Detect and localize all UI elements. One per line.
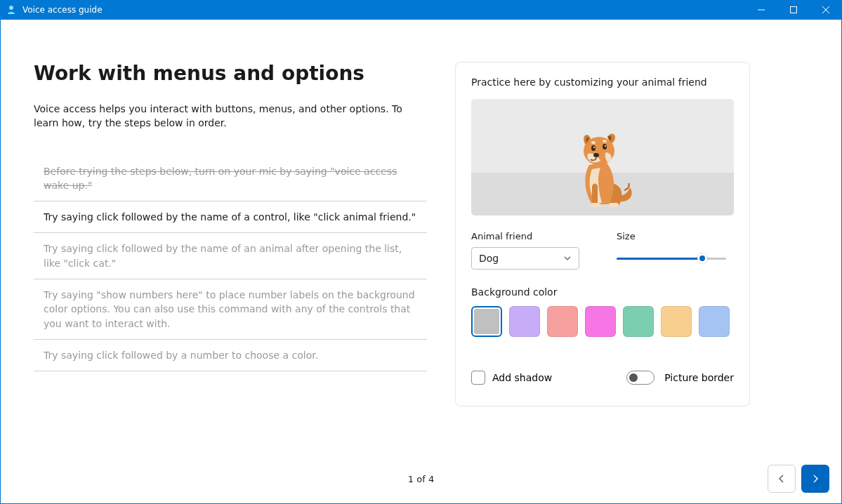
svg-rect-6 [609, 203, 619, 207]
svg-point-0 [9, 6, 13, 10]
step-item: Try saying click followed by the name of… [34, 201, 427, 233]
add-shadow-checkbox[interactable] [471, 371, 485, 385]
page-heading: Work with menus and options [34, 62, 427, 85]
titlebar: Voice access guide [0, 0, 842, 20]
color-swatch[interactable] [585, 306, 616, 337]
practice-title: Practice here by customizing your animal… [471, 77, 734, 88]
page-intro: Voice access helps you interact with but… [34, 102, 427, 131]
animal-friend-dropdown[interactable]: Dog [471, 247, 579, 270]
add-shadow-label: Add shadow [492, 372, 552, 383]
animal-preview [471, 99, 734, 215]
color-swatch[interactable] [547, 306, 578, 337]
animal-friend-value: Dog [479, 253, 499, 264]
close-button[interactable] [810, 0, 842, 20]
steps-list: Before trying the steps below, turn on y… [34, 156, 427, 372]
size-slider[interactable] [617, 251, 726, 265]
step-item: Before trying the steps below, turn on y… [34, 156, 427, 202]
step-item: Try saying click followed by the name of… [34, 233, 427, 279]
svg-rect-2 [791, 7, 797, 13]
size-label: Size [617, 231, 734, 241]
svg-rect-5 [591, 203, 600, 207]
chevron-down-icon [563, 254, 572, 263]
prev-page-button[interactable] [768, 465, 796, 493]
svg-point-12 [591, 141, 596, 144]
dog-illustration [564, 124, 641, 215]
color-swatch[interactable] [623, 306, 654, 337]
color-swatch[interactable] [661, 306, 692, 337]
color-swatch[interactable] [471, 306, 502, 337]
minimize-button[interactable] [745, 0, 777, 20]
background-color-label: Background color [471, 286, 734, 298]
chevron-left-icon [777, 475, 786, 483]
window-title: Voice access guide [22, 5, 103, 15]
chevron-right-icon [811, 475, 820, 483]
practice-panel: Practice here by customizing your animal… [455, 62, 750, 406]
svg-point-8 [591, 145, 596, 151]
maximize-button[interactable] [777, 0, 810, 20]
picture-border-label: Picture border [664, 372, 734, 383]
svg-point-13 [603, 140, 607, 142]
step-item: Try saying "show numbers here" to place … [34, 279, 427, 340]
svg-point-14 [593, 153, 599, 157]
svg-point-10 [593, 147, 595, 148]
page-indicator: 1 of 4 [408, 474, 434, 484]
next-page-button[interactable] [801, 465, 829, 493]
voice-access-icon [6, 4, 17, 15]
picture-border-toggle[interactable] [626, 371, 654, 385]
svg-point-11 [605, 145, 606, 147]
animal-friend-label: Animal friend [471, 231, 588, 241]
step-item: Try saying click followed by a number to… [34, 340, 427, 371]
svg-point-9 [603, 144, 607, 150]
color-swatch[interactable] [509, 306, 540, 337]
background-color-swatches [471, 306, 734, 337]
color-swatch[interactable] [699, 306, 730, 337]
